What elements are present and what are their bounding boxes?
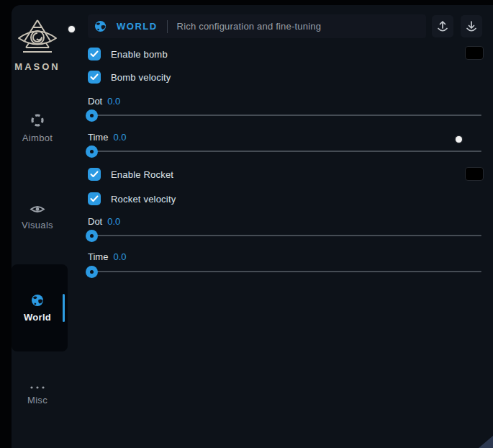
slider-value: 0.0 [107,216,120,227]
upload-config-button[interactable] [432,15,453,37]
rocket-dot-slider-label: Dot 0.0 [88,216,120,227]
bomb-dot-slider-handle[interactable] [86,109,98,122]
cursor-dot [456,136,462,143]
slider-value: 0.0 [113,132,126,143]
rocket-time-slider-label: Time 0.0 [88,251,126,262]
check-icon [90,195,99,202]
rocket-time-slider[interactable] [86,271,481,272]
corner-highlight [479,436,493,448]
rocket-dot-slider-handle[interactable] [86,230,98,242]
upload-icon [437,20,448,32]
sidebar-item-visuals[interactable]: Visuals [12,204,63,230]
rocket-color-swatch[interactable] [465,167,484,181]
eye-icon [30,204,45,215]
bomb-time-slider-label: Time 0.0 [88,132,126,143]
globe-icon [94,20,107,32]
crosshair-icon [30,113,45,127]
bomb-velocity-checkbox[interactable] [88,71,101,84]
sidebar-item-label: Visuals [22,220,53,230]
bomb-time-slider-handle[interactable] [86,145,98,158]
rocket-dot-slider[interactable] [86,235,481,236]
bomb-color-swatch[interactable] [465,46,484,60]
slider-name: Dot [88,216,102,227]
enable-bomb-row: Enable bomb [88,48,168,61]
sidebar-item-aimbot[interactable]: Aimbot [12,113,63,143]
enable-bomb-label: Enable bomb [111,49,168,60]
logo-wordmark: MASON [12,61,63,72]
sidebar: MASON Aimbot Visuals World [12,5,81,448]
enable-rocket-label: Enable Rocket [111,169,173,180]
rocket-time-slider-handle[interactable] [86,266,98,278]
check-icon [90,171,99,178]
enable-rocket-row: Enable Rocket [88,168,173,181]
sidebar-item-label: Aimbot [22,133,53,143]
page-subtitle: Rich configuration and fine-tuning [177,21,321,32]
sidebar-item-label: Misc [27,395,48,406]
enable-bomb-checkbox[interactable] [88,48,101,61]
slider-name: Dot [88,96,102,107]
bomb-dot-slider[interactable] [86,115,481,116]
slider-name: Time [88,132,108,143]
rocket-velocity-row: Rocket velocity [88,192,176,205]
sidebar-item-world[interactable]: World [12,294,63,323]
slider-name: Time [88,251,108,262]
download-config-button[interactable] [461,15,482,37]
check-icon [90,73,99,81]
rocket-velocity-checkbox[interactable] [88,192,101,205]
rocket-velocity-label: Rocket velocity [111,194,176,205]
page-header: WORLD Rich configuration and fine-tuning [88,14,426,38]
bomb-velocity-label: Bomb velocity [111,72,171,83]
page-title: WORLD [117,21,158,32]
check-icon [90,50,99,58]
download-icon [466,20,477,32]
bomb-dot-slider-label: Dot 0.0 [88,96,120,107]
bomb-velocity-row: Bomb velocity [88,71,171,84]
slider-value: 0.0 [113,251,126,262]
mason-eye-logo-icon [16,18,59,58]
sidebar-item-label: World [24,312,51,323]
cursor-dot [68,26,75,32]
slider-value: 0.0 [107,96,120,107]
app-window: MASON Aimbot Visuals World [12,5,493,448]
ellipsis-icon [30,385,45,390]
bomb-time-slider[interactable] [86,151,481,152]
sidebar-item-misc[interactable]: Misc [12,385,63,406]
globe-icon [31,294,44,307]
header-divider [167,20,168,33]
enable-rocket-checkbox[interactable] [88,168,101,181]
